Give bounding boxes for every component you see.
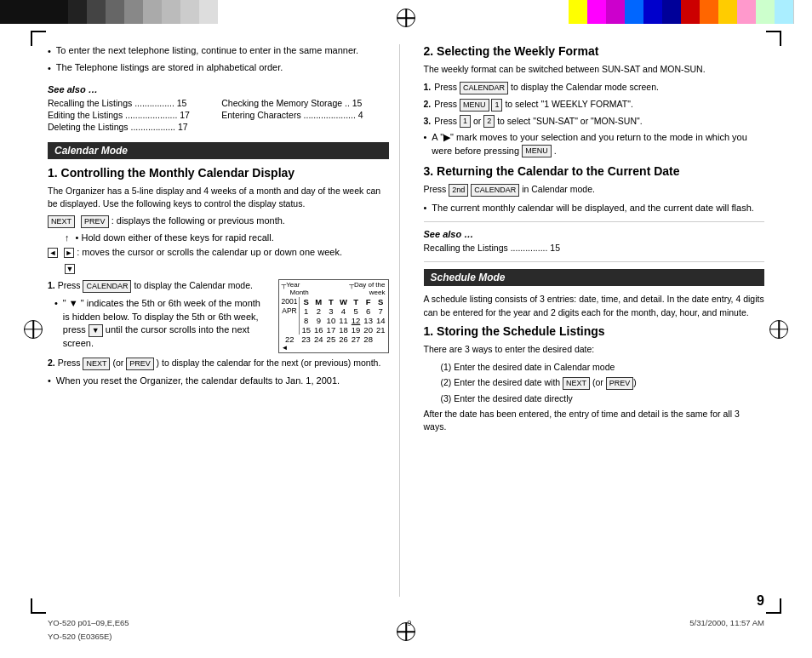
cal-r4-4: 18 [337, 325, 350, 335]
step1-bullet-text: " ▼ " indicates the 5th or 6th week of t… [63, 297, 268, 350]
see-also-table: Recalling the Listings ................ … [48, 98, 389, 132]
prev-key-2: PREV [126, 358, 154, 370]
cal-r4-7: 21 [375, 325, 387, 335]
cal-day-t1: T [325, 297, 338, 306]
divider-2 [424, 261, 765, 262]
schedule-after-note: After the date has been entered, the ent… [424, 408, 765, 433]
section2-title: 2. Selecting the Weekly Format [424, 44, 765, 58]
prev-key: PREV [81, 215, 109, 228]
arrow-down-key: ▼ [65, 264, 75, 274]
schedule-mode-header: Schedule Mode [424, 269, 765, 286]
step1-calendar-row: 1. Press CALENDAR to display the Calenda… [48, 279, 389, 353]
cal-day-m: M [312, 297, 325, 306]
cal-r3-2: 9 [312, 316, 325, 325]
crosshair-top [397, 9, 415, 27]
cal-row-header: 2001APR S M T W T F S [280, 297, 387, 306]
s2-step1: 1. Press CALENDAR to display the Calenda… [424, 81, 765, 94]
cal-r5-3: 24 [312, 335, 325, 344]
next-prev-desc: NEXT PREV : displays the following or pr… [48, 215, 389, 228]
footer-right: 5/31/2000, 11:57 AM [689, 618, 764, 627]
calendar-key-1: CALENDAR [83, 280, 131, 293]
cal-r2-2: 2 [312, 306, 325, 316]
cal-arrow-indicator: ◄ [280, 344, 387, 352]
s2-step2-num: 2. [424, 98, 432, 112]
cal-r5-5: 26 [337, 335, 350, 344]
menu-key: MENU [460, 99, 489, 112]
step1-text2: to display the Calendar mode. [134, 280, 253, 290]
key-1-s3: 1 [460, 115, 471, 128]
cal-r3-3: 10 [325, 316, 338, 325]
section2-steps: 1. Press CALENDAR to display the Calenda… [424, 81, 765, 128]
reset-note: • When you reset the Organizer, the cale… [48, 375, 389, 387]
day-label: ┬Day of the [349, 281, 385, 289]
cal-top-labels: ┬Year ┬Day of the [280, 281, 387, 289]
cal-r4-6: 20 [362, 325, 375, 335]
calendar-key-s2-1: CALENDAR [460, 82, 508, 94]
see-also-2-label: See also … [424, 229, 765, 239]
arrow-up-icon: ↑ [65, 232, 70, 243]
one-key: 1 [491, 99, 502, 112]
cal-day-f: F [362, 297, 375, 306]
sch-step1-num: (1) [441, 362, 452, 372]
cal-r2-7: 7 [375, 306, 387, 316]
cal-r4-2: 16 [312, 325, 325, 335]
sch-step-1: (1) Enter the desired date in Calendar m… [441, 361, 765, 374]
week-label: week [369, 289, 386, 296]
cal-sub-labels: Month week [280, 289, 387, 297]
menu-key-2: MENU [522, 145, 552, 157]
crosshair-left [24, 320, 43, 339]
section1-title-text: 1. Controlling the Monthly Calendar Disp… [48, 166, 294, 180]
bullet-text-1: To enter the next telephone listing, con… [56, 44, 358, 58]
cal-r2-6: 6 [362, 306, 375, 316]
see-also-item-1-left: Recalling the Listings ................ … [48, 98, 214, 108]
section1-desc: The Organizer has a 5-line display and 4… [48, 185, 389, 210]
s2-bullet-text: A "▶" mark moves to your selection and y… [432, 131, 764, 157]
see-also-2-item-1: Recalling the Listings ............... 1… [424, 243, 561, 253]
s3-bullet-text: The current monthly calendar will be dis… [432, 202, 753, 215]
see-also-item-1-right: Checking the Memory Storage .. 15 [221, 98, 388, 108]
step2-text2: (or [112, 358, 126, 368]
corner-mark-tl [31, 31, 46, 46]
schedule-steps: (1) Enter the desired date in Calendar m… [424, 361, 765, 404]
s2-bullet-dot: • [424, 131, 427, 157]
calendar-key-s3: CALENDAR [471, 184, 519, 197]
cal-r4-3: 17 [325, 325, 338, 335]
footer: YO-520 p01–09,E,E65 9 5/31/2000, 11:57 A… [48, 618, 764, 627]
reset-text: When you reset the Organizer, the calend… [56, 375, 340, 387]
section3-title: 3. Returning the Calendar to the Current… [424, 164, 765, 178]
cal-r3-6: 13 [362, 316, 375, 325]
step1-num: 1. [48, 280, 55, 290]
bullet-item-2: • The Telephone listings are stored in a… [48, 61, 389, 75]
s2-step1-text: Press CALENDAR to display the Calendar m… [434, 81, 659, 94]
see-also-item-2-right: Entering Characters ....................… [221, 110, 388, 120]
arrow-scroll-desc: ◄ ► : moves the cursor or scrolls the ca… [48, 247, 389, 258]
sch-step2-num: (2) [441, 377, 452, 387]
s2-step3-text: Press 1 or 2 to select "SUN-SAT" or "MON… [434, 115, 642, 129]
calendar-visual: ┬Year ┬Day of the Month week 2001APR S M… [278, 279, 389, 353]
s2-step3-num: 3. [424, 115, 432, 129]
footer-bottom-left: YO-520 (E0365E) [48, 632, 112, 641]
sch-step-3: (3) Enter the desired date directly [441, 392, 765, 405]
left-column: • To enter the next telephone listing, c… [48, 44, 400, 597]
arrow-down-row: ▼ [65, 263, 389, 274]
key-2-s3: 2 [483, 115, 495, 128]
step2-text3: ) to display the calendar for the next (… [157, 358, 381, 368]
main-content: • To enter the next telephone listing, c… [48, 44, 764, 597]
intro-bullets: • To enter the next telephone listing, c… [48, 44, 389, 76]
arrow-text: : moves the cursor or scrolls the calend… [77, 247, 342, 257]
key-2nd: 2nd [449, 184, 468, 197]
bullet-dot: • [48, 45, 51, 58]
cal-row-5: 22 23 24 25 26 27 28 [280, 335, 387, 344]
s2-step2-text: Press MENU 1 to select "1 WEEKLY FORMAT"… [434, 98, 633, 112]
corner-mark-br [766, 598, 781, 614]
bullet-dot-step1: • [54, 297, 58, 350]
cal-r2-1: 1 [300, 306, 312, 316]
cal-r4-1: 15 [300, 325, 312, 335]
cal-r5-4: 25 [325, 335, 338, 344]
crosshair-right [769, 320, 788, 339]
sch-step-2: (2) Enter the desired date with NEXT (or… [441, 376, 765, 390]
next-prev-text: : displays the following or previous mon… [112, 216, 285, 226]
cal-r5-6: 27 [350, 335, 363, 344]
next-key-2: NEXT [83, 358, 110, 370]
calendar-table: 2001APR S M T W T F S [280, 297, 387, 344]
